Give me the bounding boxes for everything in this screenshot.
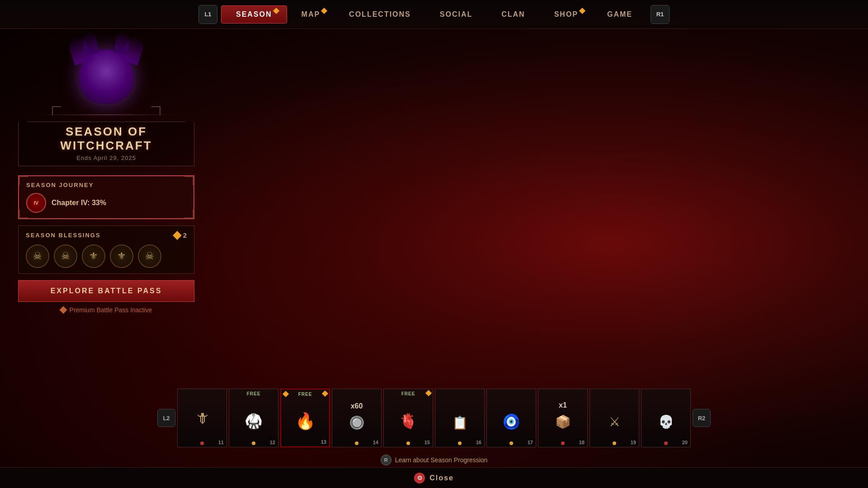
item-11-icon: 🗡 [195, 410, 209, 427]
item-card-19[interactable]: ⚔ 19 [590, 389, 639, 447]
item-15-icon: 🫀 [399, 413, 417, 430]
item-12-badge: FREE [244, 391, 264, 397]
premium-inactive-text: Premium Battle Pass Inactive [70, 306, 152, 314]
item-13-icon: 🔥 [295, 412, 316, 431]
nav-item-map[interactable]: MAP [287, 6, 335, 23]
item-card-20[interactable]: 💀 20 [641, 389, 691, 447]
nav-controller-right[interactable]: R1 [651, 5, 670, 24]
blessing-icon-2[interactable]: ☠ [54, 244, 77, 268]
nav-item-season[interactable]: SEASON [221, 5, 287, 23]
nav-clan-label: CLAN [501, 10, 525, 18]
blessing-icon-4[interactable]: ⚜ [110, 244, 133, 268]
season-header: SEASON OF WITCHCRAFT Ends April 29, 2025 [18, 36, 194, 166]
item-12-number: 12 [270, 440, 275, 445]
nav-season-label: SEASON [236, 10, 272, 18]
item-18-icon: 📦 [555, 414, 571, 429]
top-navigation: L1 SEASON MAP COLLECTIONS SOCIAL CLAN SH… [0, 0, 868, 29]
item-12-icon: 🥋 [245, 413, 263, 430]
item-card-12[interactable]: FREE 🥋 12 [229, 389, 278, 447]
item-15-diamond [425, 390, 432, 396]
nav-game-label: GAME [607, 10, 632, 18]
item-20-dot [664, 441, 668, 445]
premium-diamond-icon [59, 306, 67, 314]
blessings-count-value: 2 [183, 231, 187, 239]
item-16-icon: 📋 [452, 415, 468, 430]
chapter-text: Chapter IV: 33% [52, 199, 106, 207]
nav-collections-label: COLLECTIONS [349, 10, 411, 18]
nav-shop-label: SHOP [554, 10, 578, 18]
item-card-18[interactable]: 📦 x1 18 [538, 389, 588, 447]
item-card-15[interactable]: FREE 🫀 15 [383, 389, 433, 447]
season-creature-image [34, 36, 179, 117]
item-17-icon: 🧿 [502, 413, 520, 430]
item-13-number: 13 [321, 439, 326, 445]
nav-items: SEASON MAP COLLECTIONS SOCIAL CLAN SHOP … [221, 5, 647, 23]
item-18-dot [561, 441, 565, 445]
nav-social-label: SOCIAL [440, 10, 472, 18]
season-blessings-box: SEASON BLESSINGS 2 ☠ ☠ ⚜ ⚜ ☠ [18, 225, 194, 274]
chapter-badge-text: IV [34, 200, 38, 206]
blessing-icon-5[interactable]: ☠ [138, 244, 161, 268]
item-19-dot [613, 441, 616, 445]
blessings-icons: ☠ ☠ ⚜ ⚜ ☠ [26, 244, 187, 268]
nav-controller-left[interactable]: L1 [198, 5, 217, 24]
item-15-badge: FREE [399, 391, 418, 397]
item-13-badge: FREE [296, 391, 315, 397]
battle-pass-button[interactable]: EXPLORE BATTLE PASS [18, 280, 194, 302]
blessings-count: 2 [174, 231, 187, 239]
learn-label: Learn about Season Progression [395, 456, 488, 464]
item-19-icon: ⚔ [609, 414, 620, 429]
blessings-diamond-icon [173, 231, 182, 240]
item-14-count: x60 [351, 402, 363, 410]
item-12-dot [252, 441, 255, 445]
item-card-16[interactable]: 📋 16 [435, 389, 485, 447]
item-13-diamond [322, 390, 328, 397]
deco-tl [19, 176, 28, 185]
nav-shop-badge [579, 7, 585, 14]
nav-season-badge [273, 7, 279, 14]
strip-nav-left[interactable]: L2 [157, 409, 175, 427]
strip-nav-right[interactable]: R2 [693, 409, 711, 427]
nav-item-social[interactable]: SOCIAL [425, 6, 487, 23]
nav-item-game[interactable]: GAME [593, 6, 647, 23]
item-card-17[interactable]: 🧿 17 [486, 389, 536, 447]
item-15-number: 15 [425, 440, 430, 445]
nav-item-collections[interactable]: COLLECTIONS [335, 6, 425, 23]
nav-item-clan[interactable]: CLAN [487, 6, 539, 23]
item-card-14[interactable]: 🔘 x60 14 [332, 389, 382, 447]
item-11-number: 11 [218, 440, 224, 445]
season-title-frame: SEASON OF WITCHCRAFT Ends April 29, 2025 [18, 122, 194, 166]
season-journey-box[interactable]: SEASON JOURNEY IV Chapter IV: 33% [18, 175, 194, 219]
nav-map-label: MAP [302, 10, 321, 18]
close-bar[interactable]: ⊙ Close [0, 467, 868, 488]
item-16-dot [458, 441, 462, 445]
item-card-13[interactable]: FREE 🔥 13 [280, 389, 330, 447]
season-title: SEASON OF WITCHCRAFT [23, 125, 189, 153]
item-17-dot [509, 441, 513, 445]
item-14-dot [355, 441, 359, 445]
item-20-number: 20 [682, 440, 688, 445]
item-16-number: 16 [476, 440, 481, 445]
blessings-label: SEASON BLESSINGS [26, 232, 101, 239]
item-18-number: 18 [579, 440, 585, 445]
chapter-badge: IV [26, 193, 46, 213]
item-card-11[interactable]: 🗡 11 [177, 389, 227, 447]
learn-r-button: R [381, 455, 392, 465]
item-strip: L2 🗡 11 FREE 🥋 12 FREE 🔥 13 🔘 x60 14 FRE… [0, 389, 868, 447]
journey-progress: IV Chapter IV: 33% [26, 193, 186, 213]
item-15-dot [406, 441, 410, 445]
close-label: Close [429, 474, 454, 482]
journey-label: SEASON JOURNEY [26, 182, 186, 188]
blessing-icon-1[interactable]: ☠ [26, 244, 49, 268]
close-circle-icon: ⊙ [414, 473, 425, 483]
item-11-dot [200, 441, 204, 445]
deco-tr [184, 176, 193, 185]
blessing-icon-3[interactable]: ⚜ [82, 244, 105, 268]
season-ends: Ends April 29, 2025 [23, 155, 189, 161]
item-17-number: 17 [528, 440, 533, 445]
learn-text: R Learn about Season Progression [0, 455, 868, 465]
nav-item-shop[interactable]: SHOP [540, 6, 593, 23]
deco-bl [19, 209, 28, 218]
item-20-icon: 💀 [658, 414, 674, 429]
nav-map-badge [321, 7, 327, 14]
